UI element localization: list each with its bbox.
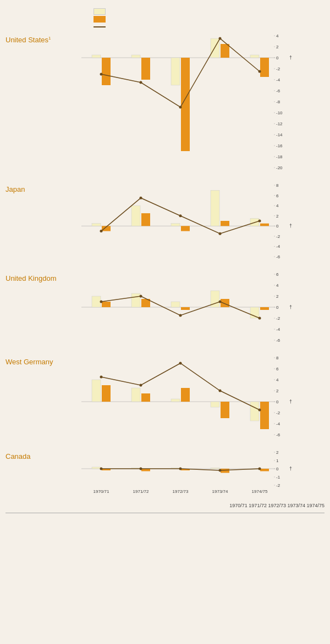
- capital-account-bar: [102, 385, 111, 402]
- chart-svg: 420-2-4-6-8-10-12-14-16-18-20†: [77, 36, 294, 179]
- y-axis-label: 4: [276, 34, 279, 38]
- line-dot: [258, 317, 261, 320]
- current-account-bar: [131, 55, 140, 58]
- y-axis-label: 8: [276, 183, 279, 188]
- current-account-bar: [92, 380, 101, 402]
- year-label: 1970/71: [94, 489, 109, 494]
- current-account-bar: [171, 58, 180, 85]
- capital-account-bar: [260, 469, 269, 471]
- y-axis-label: -2: [276, 410, 280, 415]
- chart-svg: 86420-2-4-6†: [77, 358, 294, 446]
- year-labels-bottom: 1970/71 1971/72 1972/73 1973/74 1974/75: [112, 503, 324, 508]
- current-account-bar: [211, 402, 219, 407]
- current-account-bar: [171, 302, 180, 307]
- chart-section-west-germany: West Germany86420-2-4-6†: [6, 358, 324, 446]
- capital-account-bar: [221, 299, 229, 307]
- y-axis-label: 6: [276, 272, 279, 277]
- line-dot: [258, 70, 261, 73]
- chart-section-japan: Japan86420-2-4-6†: [6, 185, 324, 268]
- current-account-bar: [92, 296, 101, 307]
- country-label: United States1: [6, 36, 77, 44]
- line-dot: [100, 73, 103, 76]
- charts-container: United States1420-2-4-6-8-10-12-14-16-18…: [6, 36, 324, 496]
- y-axis-label: -6: [276, 88, 280, 93]
- current-account-bar: [171, 399, 180, 402]
- capital-account-bar: [181, 226, 190, 231]
- current-account-bar: [250, 55, 259, 58]
- capital-account-bar: [260, 402, 269, 429]
- capital-account-bar: [102, 58, 111, 85]
- chart-svg: 86420-2-4-6†: [77, 185, 294, 268]
- dagger-symbol: †: [289, 304, 292, 310]
- current-account-bar: [211, 468, 219, 469]
- line-dot: [100, 376, 103, 379]
- net-monetary-line: [101, 38, 260, 107]
- line-dot: [179, 362, 182, 365]
- line-dot: [258, 468, 261, 470]
- chart-section-united-kingdom: United Kingdom6420-2-4-6†: [6, 274, 324, 351]
- capital-account-swatch: [94, 16, 106, 23]
- line-dot: [258, 409, 261, 412]
- line-dot: [179, 314, 182, 317]
- country-label: Canada: [6, 452, 77, 460]
- year-label: 1974/75: [252, 489, 268, 494]
- year-label: 1972/73: [173, 489, 189, 494]
- country-label: Japan: [6, 185, 77, 193]
- y-axis-label: -6: [276, 254, 280, 259]
- legend: [94, 8, 324, 31]
- footnote1: [6, 513, 324, 516]
- line-dot: [219, 232, 222, 235]
- y-axis-label: -4: [276, 421, 280, 426]
- line-dot: [179, 468, 182, 470]
- dagger-symbol: †: [289, 399, 292, 404]
- y-axis-label: 4: [276, 377, 279, 382]
- current-account-bar: [131, 388, 140, 402]
- capital-account-bar: [260, 307, 269, 310]
- chart-svg: 6420-2-4-6†: [77, 274, 294, 351]
- y-axis-label: -14: [276, 132, 283, 137]
- y-axis-label: 0: [276, 224, 279, 229]
- current-account-bar: [171, 224, 180, 226]
- y-axis-label: 2: [276, 214, 279, 219]
- line-dot: [100, 230, 103, 232]
- chart-section-canada: Canada210-1-2†1970/711971/721972/731973/…: [6, 452, 324, 496]
- y-axis-label: 0: [276, 55, 279, 60]
- dagger-symbol: †: [289, 466, 292, 471]
- capital-account-bar: [181, 388, 190, 402]
- current-account-swatch: [94, 8, 106, 15]
- y-axis-label: -16: [276, 143, 283, 148]
- y-axis-label: 1: [276, 458, 279, 463]
- line-dot: [179, 106, 182, 109]
- chart-area: 210-1-2†1970/711971/721972/731973/741974…: [77, 452, 324, 496]
- chart-area: 86420-2-4-6†: [77, 358, 324, 446]
- y-axis-label: 0: [276, 467, 279, 471]
- y-axis-label: 4: [276, 203, 279, 208]
- current-account-bar: [92, 55, 101, 58]
- chart-area: 420-2-4-6-8-10-12-14-16-18-20†: [77, 36, 324, 179]
- line-dot: [179, 214, 182, 217]
- current-account-bar: [131, 206, 140, 226]
- capital-account-bar: [221, 221, 229, 226]
- line-dot: [219, 37, 222, 40]
- line-dot: [140, 295, 142, 298]
- y-axis-label: 2: [276, 388, 279, 393]
- line-dot: [140, 81, 142, 84]
- line-dot: [219, 390, 222, 392]
- y-axis-label: 0: [276, 399, 279, 404]
- year-label: 1973/74: [212, 489, 228, 494]
- line-dot: [258, 220, 261, 223]
- country-label: West Germany: [6, 358, 77, 366]
- line-dot: [219, 301, 222, 303]
- capital-account-bar: [181, 307, 190, 310]
- y-axis-label: -12: [276, 121, 283, 126]
- current-account-bar: [250, 402, 259, 421]
- y-axis-label: -20: [276, 165, 283, 170]
- y-axis-label: -8: [276, 99, 280, 104]
- dagger-symbol: †: [289, 55, 292, 60]
- year-label: 1971/72: [133, 489, 149, 494]
- y-axis-label: -18: [276, 154, 283, 159]
- chart-area: 6420-2-4-6†: [77, 274, 324, 351]
- dagger-symbol: †: [289, 223, 292, 229]
- y-axis-label: -6: [276, 338, 280, 343]
- y-axis-label: 8: [276, 356, 279, 360]
